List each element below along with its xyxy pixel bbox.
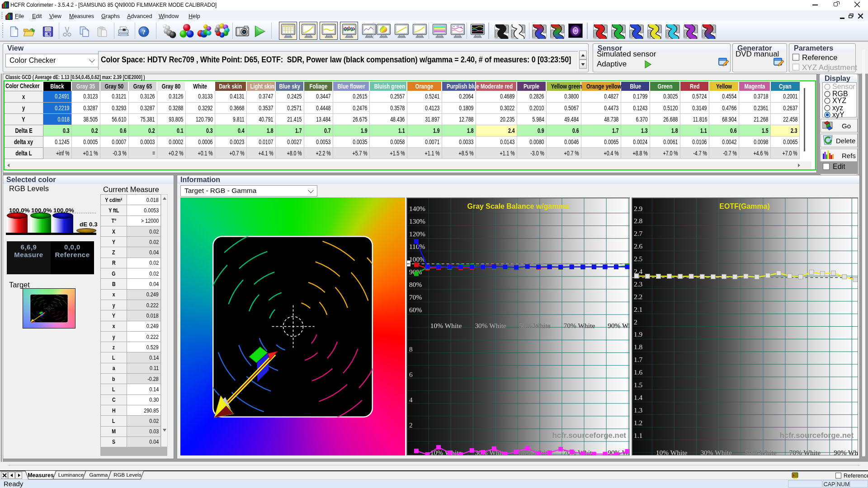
svg-text:50% White: 50% White	[745, 449, 777, 455]
svg-text:1.8: 1.8	[634, 343, 643, 351]
svg-text:2: 2	[634, 318, 637, 326]
svg-text:2.8: 2.8	[634, 217, 643, 225]
svg-text:6: 6	[409, 371, 413, 378]
svg-text:1.6: 1.6	[634, 368, 643, 376]
svg-text:1.7: 1.7	[634, 356, 643, 363]
svg-text:1.1: 1.1	[634, 432, 642, 439]
svg-text:70% White: 70% White	[789, 449, 821, 455]
svg-text:30% White: 30% White	[475, 322, 506, 329]
svg-text:1.4: 1.4	[634, 394, 643, 401]
svg-text:?: ?	[142, 28, 146, 36]
svg-text:70% White: 70% White	[564, 322, 595, 329]
svg-text:70%: 70%	[409, 293, 422, 301]
svg-text:140%: 140%	[409, 205, 425, 212]
svg-text:2.7: 2.7	[634, 230, 643, 237]
svg-text:2.1: 2.1	[634, 305, 642, 313]
svg-text:90% Wh: 90% Wh	[608, 322, 629, 329]
svg-text:60%: 60%	[409, 306, 422, 314]
svg-text:2.5: 2.5	[634, 255, 643, 263]
svg-text:2: 2	[409, 421, 413, 429]
svg-text:1.3: 1.3	[634, 406, 643, 414]
svg-text:8: 8	[409, 345, 413, 353]
svg-text:10% White: 10% White	[430, 322, 462, 329]
svg-text:hcfr.sourceforge.net: hcfr.sourceforge.net	[552, 431, 626, 440]
svg-text:130%: 130%	[409, 217, 425, 225]
svg-text:80%: 80%	[409, 281, 422, 288]
svg-text:1.9: 1.9	[634, 330, 643, 338]
svg-text:2.9: 2.9	[634, 205, 643, 212]
svg-text:90% Wh: 90% Wh	[834, 449, 858, 455]
svg-text:50% White: 50% White	[519, 322, 551, 329]
svg-text:120%: 120%	[409, 230, 425, 238]
svg-text:1.5: 1.5	[634, 381, 643, 389]
svg-text:2.2: 2.2	[634, 293, 642, 300]
svg-text:4: 4	[409, 396, 413, 404]
svg-text:10% White: 10% White	[656, 449, 688, 455]
svg-text:hcfr.sourceforge.net: hcfr.sourceforge.net	[779, 431, 854, 440]
svg-text:EOTF(Gamma): EOTF(Gamma)	[719, 202, 769, 210]
svg-text:30% White: 30% White	[700, 449, 732, 455]
svg-text:Gray Scale Balance w/gamma: Gray Scale Balance w/gamma	[467, 202, 569, 210]
svg-text:2.3: 2.3	[634, 280, 643, 288]
svg-text:1.2: 1.2	[634, 419, 642, 427]
svg-text:2.6: 2.6	[634, 242, 643, 250]
